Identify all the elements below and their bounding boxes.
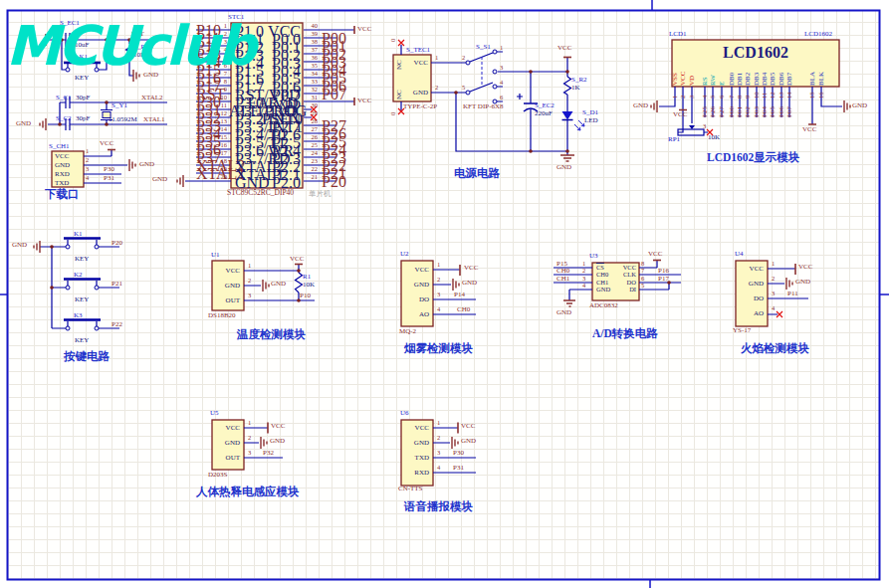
pin-number: 3 [248, 449, 251, 457]
pin-number: 3 [248, 292, 251, 299]
pin-number: 1 [86, 147, 89, 155]
pin-number: 2 [435, 84, 438, 92]
pin-number: 0 [389, 112, 397, 115]
net-label: P30 [453, 449, 464, 457]
u4-part: YS-17 [733, 326, 751, 334]
vcc-label: VCC [271, 422, 285, 430]
pin-name: RXD [55, 170, 81, 178]
pin-name: GND [401, 281, 429, 289]
key-value: KEY [75, 336, 89, 344]
u5-part: D203S [208, 471, 227, 479]
gnd-icon [34, 241, 40, 253]
vcc-label: VCC [648, 250, 662, 258]
pin-name: GND [212, 282, 240, 290]
pin-number: 35 [306, 62, 318, 69]
pin-name: DB0 [728, 73, 736, 86]
net-label: CH1 [556, 275, 569, 283]
c2-value: 30pF [76, 114, 90, 122]
pin-number: 1 [500, 44, 503, 52]
pin-number: 8 [736, 96, 744, 98]
resistor-symbol [296, 273, 303, 293]
pin-number: 3 [703, 122, 706, 130]
pin-name: TXD [55, 179, 81, 187]
pin-name: DB1 [736, 73, 744, 86]
pin-number: 2 [679, 96, 687, 98]
u2-part: MQ-2 [399, 327, 416, 335]
pin-name: DB7 [785, 73, 793, 86]
gnd-label: GND [556, 308, 571, 316]
pin-number: 3 [688, 96, 696, 98]
pin-number: 2 [248, 434, 251, 442]
pin-name: RXD [401, 469, 429, 477]
pin-number: 7 [728, 96, 736, 98]
pin-name: BLK [817, 72, 825, 86]
gnd-label: GND [852, 101, 867, 109]
c1-value: 30pF [76, 94, 90, 101]
gnd-icon [452, 437, 458, 449]
pin-number: 39 [306, 30, 318, 37]
pin-number: 23 [306, 157, 318, 164]
net-label: P30 [104, 165, 114, 173]
gnd-label: GND [271, 280, 286, 288]
pin-number: 2 [772, 275, 775, 283]
caption-adc: A/D转换电路 [592, 327, 658, 340]
pin-number: 5 [709, 96, 717, 98]
net-label: P31 [104, 174, 114, 182]
gnd-label: GND [16, 119, 31, 127]
gnd-label: GND [556, 163, 571, 171]
pin-number: 2 [86, 156, 89, 164]
u4-designator: U4 [735, 250, 744, 258]
pin-number: 12 [769, 93, 777, 99]
gnd-icon [563, 300, 575, 306]
pin-number: 3 [86, 165, 89, 173]
pin-name: DB4 [761, 73, 769, 86]
pin-number: 4 [701, 96, 709, 98]
pin-name: GND [736, 280, 764, 288]
pin-number: 8 [213, 78, 227, 85]
pin-number: 4 [500, 79, 503, 87]
gnd-label: GND [795, 278, 810, 286]
net-label: P27 [718, 106, 726, 117]
vcc-label: VCC [290, 255, 304, 263]
pin-row: P0.732P07 [229, 86, 348, 94]
pin-number: 4 [582, 282, 585, 290]
pin-number: 12 [213, 109, 227, 116]
pin-number: 1 [772, 260, 775, 268]
pin-number: 1 [437, 419, 440, 427]
net-label: P04 [761, 106, 769, 117]
gnd-label: GND [633, 101, 648, 109]
pin-row: ALE/PROG30 [229, 101, 348, 109]
pin-name: VCC [736, 265, 764, 273]
pin-number: 2 [437, 434, 440, 442]
pin-number: 5 [462, 84, 465, 92]
pin-number: 10 [753, 93, 761, 99]
pin-name: TXD [401, 454, 429, 462]
resistor-symbol [564, 77, 571, 95]
pin-name: E [718, 82, 726, 86]
pin-name: VD [688, 76, 696, 86]
pin-number: 24 [306, 149, 318, 156]
caption-buttons: 按键电路 [64, 350, 110, 363]
pin-name: AO [401, 310, 429, 318]
pin-number: 2 [437, 276, 440, 284]
pin-number: 6 [500, 94, 503, 101]
c2-designator: S_C2 [56, 114, 72, 122]
pin-number: 6 [718, 96, 726, 98]
pin-number: 34 [306, 70, 318, 77]
pin-name-nc: NC [395, 90, 403, 99]
vcc-label: VCC [461, 422, 475, 430]
gnd-icon [40, 118, 46, 130]
pin-name: VCC [401, 266, 429, 274]
caption-voice: 语音播报模块 [404, 500, 473, 513]
pin-number: 15 [213, 133, 227, 140]
u5-designator: U5 [210, 409, 219, 417]
pin-number: 37 [306, 46, 318, 53]
pot-designator: RP1 [668, 135, 680, 143]
pin-number: 25 [306, 141, 318, 148]
lcd-designator: LCD1 [669, 30, 687, 38]
mcu-part-number: STC89C52RC_DIP40 [227, 189, 294, 197]
xtal-designator: S_Y1 [111, 101, 127, 109]
pin-number: 9 [213, 86, 227, 93]
net-label: P22 [111, 320, 122, 328]
res-designator: S_R2 [571, 76, 587, 84]
